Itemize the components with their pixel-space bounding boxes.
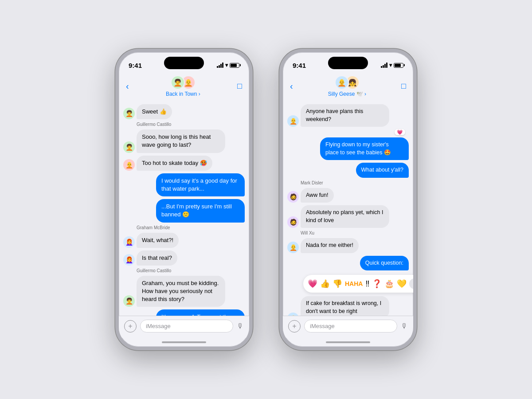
bubble: I would say it's a good day for that wat… <box>156 173 245 196</box>
video-button-1[interactable]: ⬜︎ <box>237 82 242 91</box>
group-avatars-1: 🧑‍🦱 🧑‍🦲 <box>171 75 196 90</box>
bubble: Too hot to skate today 🥵 <box>137 156 212 171</box>
msg-with-avatar: 👩‍🦰 Is that real? <box>123 250 177 266</box>
reaction-heart[interactable]: 💗 <box>308 279 317 289</box>
nav-header-2: ‹ 🧑‍🦲 👧 Silly Geese 🕊️ › ⬜︎ <box>283 74 413 101</box>
time-2: 9:41 <box>293 62 306 69</box>
reaction-bar[interactable]: 💗 👍 👎 HAHA ‼️ ❓ 🎂 💛 + <box>303 275 413 293</box>
msg-avatar: 🧔 <box>287 216 299 228</box>
msg-row: 👩‍🦰 Wait, what?! <box>123 233 245 248</box>
mic-icon-2[interactable]: 🎙 <box>401 322 408 330</box>
msg-avatar: 🧑‍🦱 <box>123 295 135 307</box>
msg-row: I would say it's a good day for that wat… <box>123 173 245 196</box>
bubble: Sooo, how long is this heat wave going t… <box>137 129 225 153</box>
sender-label: Mark Disler <box>301 180 409 185</box>
msg-row: 🧑‍🦲 Too hot to skate today 🥵 <box>123 156 245 171</box>
sender-label: Guillermo Castillo <box>137 268 245 273</box>
battery-icon-2 <box>394 63 403 68</box>
msg-row: 🧑‍🦲 Nada for me either! <box>287 238 409 253</box>
msg-row: 🧑‍🦲 If cake for breakfast is wrong, I do… <box>287 296 409 316</box>
msg-with-avatar: 🧑‍🦲 If cake for breakfast is wrong, I do… <box>287 296 389 316</box>
time-1: 9:41 <box>129 62 142 69</box>
msg-avatar: 🧑‍🦱 <box>123 141 135 153</box>
home-indicator-1 <box>119 338 249 347</box>
input-bar-2: + iMessage 🎙 <box>283 316 413 338</box>
dynamic-island <box>164 57 204 69</box>
bubble: What about y'all? <box>356 163 409 178</box>
video-button-2[interactable]: ⬜︎ <box>401 82 406 91</box>
group-name-2[interactable]: Silly Geese 🕊️ › <box>328 91 366 97</box>
group-name-1[interactable]: Back in Town › <box>166 91 200 97</box>
msg-avatar: 👩‍🦰 <box>123 254 135 266</box>
nav-center-2: 🧑‍🦲 👧 Silly Geese 🕊️ › <box>328 75 366 97</box>
bubble: Is that real? <box>137 250 177 266</box>
back-button-1[interactable]: ‹ <box>126 81 129 91</box>
status-icons-1: ▾ <box>217 62 239 68</box>
reaction-thumbsup[interactable]: 👍 <box>320 279 330 289</box>
message-input-1[interactable]: iMessage <box>140 320 233 332</box>
msg-with-avatar: 🧑‍🦲 Too hot to skate today 🥵 <box>123 156 212 171</box>
bubble: If cake for breakfast is wrong, I don't … <box>301 296 389 316</box>
mic-icon-1[interactable]: 🎙 <box>237 322 244 330</box>
msg-with-avatar: 🧑‍🦲 Nada for me either! <box>287 238 359 253</box>
bubble: Sweet 👍 <box>137 104 172 119</box>
avatar-1: 🧑‍🦱 <box>171 75 185 90</box>
reaction-cake[interactable]: 🎂 <box>384 279 394 289</box>
msg-row: 🧔 Aww fun! <box>287 188 409 203</box>
msg-with-avatar: 🧑‍🦱 Sooo, how long is this heat wave goi… <box>123 129 225 153</box>
msg-with-avatar: 🧔 Aww fun! <box>287 188 334 203</box>
messages-area-1: 🧑‍🦱 Sweet 👍 Guillermo Castillo 🧑‍🦱 Sooo,… <box>119 101 249 316</box>
bubble: It's very real. Turns out the water slid… <box>156 309 245 316</box>
phone-2: 9:41 ▾ ‹ 🧑‍🦲 👧 Silly Geese 🕊️ › <box>279 49 417 350</box>
msg-row: Flying down to my sister's place to see … <box>287 137 409 160</box>
back-button-2[interactable]: ‹ <box>290 81 293 91</box>
group-avatars-2: 🧑‍🦲 👧 <box>335 75 360 90</box>
msg-row: It's very real. Turns out the water slid… <box>123 309 245 316</box>
msg-row: 🧑‍🦱 Sooo, how long is this heat wave goi… <box>123 129 245 153</box>
home-bar <box>162 341 206 343</box>
bubble-container: If cake for breakfast is wrong, I don't … <box>301 296 389 316</box>
msg-avatar: 🧑‍🦲 <box>287 313 299 316</box>
msg-row: 🧑‍🦱 Graham, you must be kidding. How hav… <box>123 276 245 307</box>
message-input-2[interactable]: iMessage <box>304 320 397 332</box>
bubble: Graham, you must be kidding. How have yo… <box>137 276 225 307</box>
add-attachment-button-1[interactable]: + <box>124 320 137 332</box>
bubble: Anyone have plans this weekend? <box>301 104 389 127</box>
msg-avatar: 🧑‍🦲 <box>123 159 135 171</box>
msg-avatar: 🧑‍🦲 <box>287 115 299 127</box>
add-attachment-button-2[interactable]: + <box>288 320 301 332</box>
msg-row: Quick question: <box>287 256 409 271</box>
sender-label: Graham McBride <box>137 225 245 230</box>
bubble: Absolutely no plans yet, which I kind of… <box>301 205 389 228</box>
reaction-yellow-heart[interactable]: 💛 <box>397 279 407 289</box>
msg-row: 🧑‍🦲 Anyone have plans this weekend? <box>287 104 409 127</box>
battery-icon <box>230 63 239 68</box>
status-icons-2: ▾ <box>381 62 403 68</box>
msg-row: 👩‍🦰 Is that real? <box>123 250 245 266</box>
reaction-haha[interactable]: HAHA <box>345 280 363 287</box>
msg-avatar: 👩‍🦰 <box>123 236 135 248</box>
msg-avatar: 🧑‍🦱 <box>123 108 135 119</box>
input-bar-1: + iMessage 🎙 <box>119 316 249 338</box>
reaction-question[interactable]: ❓ <box>372 279 382 289</box>
msg-row: 🧔 Absolutely no plans yet, which I kind … <box>287 205 409 228</box>
home-indicator-2 <box>283 338 413 347</box>
sender-label: Guillermo Castillo <box>137 122 245 127</box>
wifi-icon: ▾ <box>225 62 228 68</box>
tapback-heart: 💗 <box>395 128 405 136</box>
reaction-exclaim[interactable]: ‼️ <box>365 279 369 289</box>
reaction-thumbsdown[interactable]: 👎 <box>332 279 342 289</box>
home-bar-2 <box>326 341 370 343</box>
wifi-icon-2: ▾ <box>389 62 392 68</box>
msg-avatar: 🧔 <box>287 191 299 203</box>
nav-center-1: 🧑‍🦱 🧑‍🦲 Back in Town › <box>166 75 200 97</box>
messages-area-2: 🧑‍🦲 Anyone have plans this weekend? 💗 Fl… <box>283 101 413 316</box>
msg-with-avatar: 🧑‍🦲 Anyone have plans this weekend? <box>287 104 389 127</box>
add-reaction-button[interactable]: + <box>409 278 413 289</box>
phone-1: 9:41 ▾ ‹ 🧑‍🦱 🧑‍🦲 Back in Town › <box>115 49 253 350</box>
msg-with-avatar: 🧑‍🦱 Sweet 👍 <box>123 104 172 119</box>
nav-header-1: ‹ 🧑‍🦱 🧑‍🦲 Back in Town › ⬜︎ <box>119 74 249 101</box>
bubble: Quick question: <box>360 256 409 271</box>
bubble: Flying down to my sister's place to see … <box>320 137 409 160</box>
msg-row: What about y'all? <box>287 163 409 178</box>
